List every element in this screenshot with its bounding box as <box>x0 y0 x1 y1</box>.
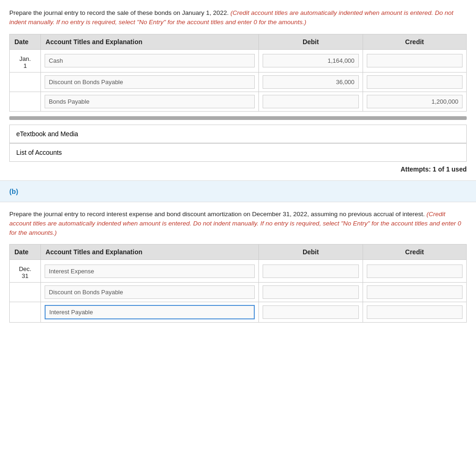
etextbook-label: eTextbook and Media <box>16 130 78 138</box>
debit-input-interest-expense[interactable] <box>263 265 358 278</box>
account-cell-bonds[interactable] <box>41 92 259 111</box>
attempts-row: Attempts: 1 of 1 used <box>9 162 467 175</box>
table-row <box>10 72 467 92</box>
debit-cell-discount[interactable] <box>259 72 363 92</box>
credit-input-bonds[interactable] <box>367 95 463 108</box>
date-header: Date <box>10 34 41 49</box>
credit-input-b-discount[interactable] <box>367 285 463 299</box>
credit-cell-discount[interactable] <box>363 72 466 92</box>
table-row: Jan. 1 <box>10 49 467 72</box>
debit-input-interest-payable[interactable] <box>263 305 358 319</box>
account-input-discount[interactable] <box>45 75 255 89</box>
date-cell-jan1: Jan. 1 <box>10 49 41 72</box>
part-b-instructions: Prepare the journal entry to record inte… <box>9 210 467 238</box>
debit-cell-bonds[interactable] <box>259 92 363 111</box>
credit-input-interest-payable[interactable] <box>367 305 463 319</box>
part-a-instructions-plain: Prepare the journal entry to record the … <box>9 9 229 16</box>
table-header-row-b: Date Account Titles and Explanation Debi… <box>10 245 467 260</box>
part-b-table: Date Account Titles and Explanation Debi… <box>9 244 467 323</box>
credit-cell-b-discount[interactable] <box>363 283 466 302</box>
debit-input-b-discount[interactable] <box>263 285 358 299</box>
account-cell-interest-expense[interactable] <box>41 260 259 283</box>
date-cell-empty1 <box>10 72 41 92</box>
table-row <box>10 302 467 323</box>
account-header-b: Account Titles and Explanation <box>41 245 259 260</box>
debit-input-discount[interactable] <box>263 75 358 89</box>
account-input-bonds[interactable] <box>45 95 255 108</box>
table-header-row: Date Account Titles and Explanation Debi… <box>10 34 467 49</box>
credit-header-b: Credit <box>363 245 466 260</box>
account-cell-b-discount[interactable] <box>41 283 259 302</box>
debit-header-b: Debit <box>259 245 363 260</box>
table-row: Dec. 31 <box>10 260 467 283</box>
credit-input-cash[interactable] <box>367 54 463 67</box>
credit-cell-interest-payable[interactable] <box>363 302 466 323</box>
account-cell-cash[interactable] <box>41 49 259 72</box>
divider-bar <box>9 116 467 120</box>
credit-cell-bonds[interactable] <box>363 92 466 111</box>
debit-cell-interest-expense[interactable] <box>259 260 363 283</box>
etextbook-button[interactable]: eTextbook and Media <box>9 125 467 143</box>
part-a-section: Prepare the journal entry to record the … <box>0 0 476 180</box>
part-a-table: Date Account Titles and Explanation Debi… <box>9 34 467 112</box>
credit-cell-interest-expense[interactable] <box>363 260 466 283</box>
table-row <box>10 283 467 302</box>
date-header-b: Date <box>10 245 41 260</box>
part-b-label-text: (b) <box>9 187 18 195</box>
debit-input-bonds[interactable] <box>263 95 358 108</box>
part-a-instructions: Prepare the journal entry to record the … <box>9 8 467 27</box>
table-row <box>10 92 467 111</box>
credit-header: Credit <box>363 34 466 49</box>
account-input-interest-payable[interactable] <box>45 305 255 319</box>
credit-cell-cash[interactable] <box>363 49 466 72</box>
list-of-accounts-label: List of Accounts <box>16 149 62 156</box>
debit-header: Debit <box>259 34 363 49</box>
account-cell-discount[interactable] <box>41 72 259 92</box>
credit-input-discount[interactable] <box>367 75 463 89</box>
part-b-section: Prepare the journal entry to record inte… <box>0 202 476 333</box>
credit-input-interest-expense[interactable] <box>367 265 463 278</box>
debit-cell-interest-payable[interactable] <box>259 302 363 323</box>
debit-cell-b-discount[interactable] <box>259 283 363 302</box>
account-input-cash[interactable] <box>45 54 255 67</box>
attempts-text: Attempts: 1 of 1 used <box>401 165 467 173</box>
date-cell-b-empty2 <box>10 302 41 323</box>
date-cell-dec31: Dec. 31 <box>10 260 41 283</box>
debit-cell-cash[interactable] <box>259 49 363 72</box>
account-input-interest-expense[interactable] <box>45 265 255 278</box>
account-header: Account Titles and Explanation <box>41 34 259 49</box>
list-of-accounts-button[interactable]: List of Accounts <box>9 143 467 162</box>
date-cell-empty2 <box>10 92 41 111</box>
part-b-label: (b) <box>0 180 476 202</box>
debit-input-cash[interactable] <box>263 54 358 67</box>
part-b-instructions-plain: Prepare the journal entry to record inte… <box>9 211 425 218</box>
account-cell-interest-payable[interactable] <box>41 302 259 323</box>
date-cell-b-empty1 <box>10 283 41 302</box>
account-input-b-discount[interactable] <box>45 285 255 299</box>
